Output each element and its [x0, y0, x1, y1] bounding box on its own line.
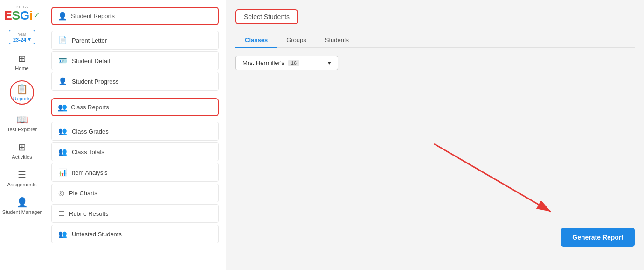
- class-dropdown[interactable]: Mrs. Hermiller's 16 ▾: [235, 56, 338, 70]
- tab-bar: Classes Groups Students: [235, 33, 635, 48]
- class-grades-icon: 👥: [58, 127, 67, 135]
- select-students-box: Select Students: [235, 9, 298, 24]
- sidebar-item-label: Assignments: [7, 182, 37, 187]
- sidebar: BETA ESGi ✓ Year 23-24 ▾ ⊞ Home 📋 Report…: [0, 0, 44, 270]
- item-analysis-icon: 📊: [58, 168, 67, 177]
- test-explorer-icon: 📖: [16, 114, 28, 125]
- class-count: 16: [288, 60, 299, 66]
- year-label: Year: [18, 32, 26, 36]
- pie-charts-icon: ◎: [58, 189, 64, 197]
- svg-line-1: [434, 144, 551, 212]
- assignments-icon: ☰: [18, 169, 26, 180]
- sidebar-item-label: Student Manager: [2, 209, 42, 215]
- sidebar-item-label: Reports: [13, 96, 31, 101]
- arrow-decoration: [420, 139, 569, 223]
- class-reports-header: 👥 Class Reports: [51, 98, 219, 116]
- student-progress-icon: 👤: [58, 77, 67, 85]
- activities-icon: ⊞: [18, 142, 26, 153]
- tab-groups[interactable]: Groups: [277, 33, 316, 48]
- dropdown-chevron-icon: ▾: [328, 59, 331, 66]
- sidebar-item-student-manager[interactable]: 👤 Student Manager: [0, 192, 44, 220]
- report-panel: 👤 Student Reports 📄 Parent Letter 🪪 Stud…: [44, 0, 226, 270]
- year-value: 23-24 ▾: [13, 36, 31, 43]
- untested-students-icon: 👥: [58, 230, 67, 238]
- reports-icon: 📋: [16, 84, 28, 95]
- sidebar-item-activities[interactable]: ⊞ Activities: [0, 137, 44, 164]
- sidebar-item-home[interactable]: ⊞ Home: [0, 48, 44, 76]
- logo-checkmark: ✓: [33, 10, 40, 21]
- menu-item-rubric-results[interactable]: ☰ Rubric Results: [51, 204, 219, 223]
- tab-students[interactable]: Students: [316, 33, 358, 48]
- student-manager-icon: 👤: [16, 197, 28, 208]
- menu-item-class-totals[interactable]: 👥 Class Totals: [51, 142, 219, 161]
- generate-report-button[interactable]: Generate Report: [561, 228, 635, 247]
- menu-item-student-progress[interactable]: 👤 Student Progress: [51, 72, 219, 91]
- sidebar-item-test-explorer[interactable]: 📖 Test Explorer: [0, 109, 44, 137]
- home-icon: ⊞: [18, 53, 26, 64]
- menu-item-student-detail[interactable]: 🪪 Student Detail: [51, 51, 219, 70]
- menu-item-class-grades[interactable]: 👥 Class Grades: [51, 122, 219, 141]
- student-reports-icon: 👤: [58, 12, 67, 21]
- menu-item-pie-charts[interactable]: ◎ Pie Charts: [51, 184, 219, 202]
- select-students-label: Select Students: [244, 13, 290, 21]
- sidebar-item-label: Test Explorer: [7, 127, 37, 132]
- tab-classes[interactable]: Classes: [235, 33, 277, 48]
- logo-area: BETA ESGi ✓: [4, 5, 40, 21]
- sidebar-item-label: Home: [15, 65, 28, 71]
- class-totals-icon: 👥: [58, 148, 67, 156]
- reports-circle: 📋 Reports: [10, 80, 34, 105]
- main-content: Select Students Classes Groups Students …: [226, 0, 644, 270]
- menu-item-item-analysis[interactable]: 📊 Item Analysis: [51, 163, 219, 182]
- menu-item-untested-students[interactable]: 👥 Untested Students: [51, 225, 219, 243]
- class-reports-icon: 👥: [58, 103, 67, 112]
- student-reports-header: 👤 Student Reports: [51, 7, 219, 25]
- rubric-results-icon: ☰: [58, 209, 64, 218]
- student-detail-icon: 🪪: [58, 57, 67, 65]
- class-name: Mrs. Hermiller's: [242, 59, 284, 66]
- logo-letters: ESGi: [4, 9, 33, 21]
- sidebar-item-assignments[interactable]: ☰ Assignments: [0, 164, 44, 192]
- sidebar-item-label: Activities: [12, 154, 32, 160]
- sidebar-item-reports[interactable]: 📋 Reports: [0, 76, 44, 109]
- menu-item-parent-letter[interactable]: 📄 Parent Letter: [51, 31, 219, 50]
- esgi-logo: ESGi ✓: [4, 9, 40, 21]
- parent-letter-icon: 📄: [58, 36, 67, 44]
- year-selector[interactable]: Year 23-24 ▾: [9, 30, 35, 44]
